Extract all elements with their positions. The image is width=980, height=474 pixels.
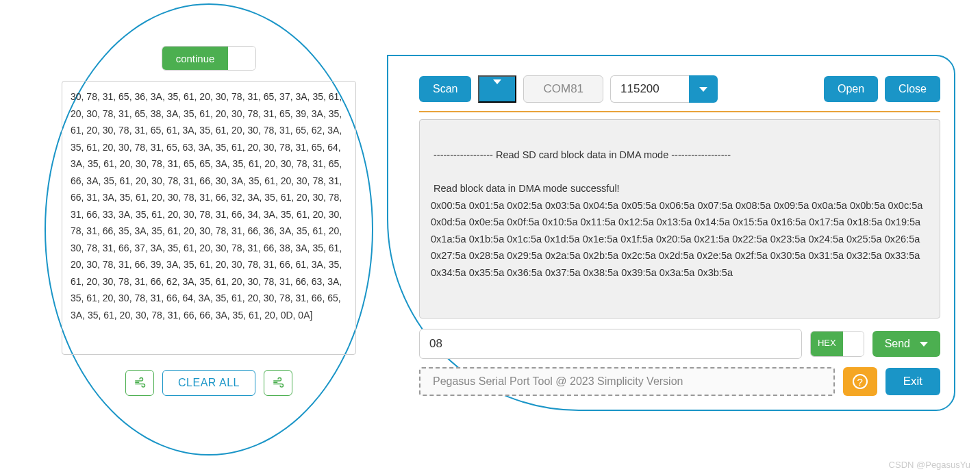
- footer-label: Pegasus Serial Port Tool @ 2023 Simplici…: [419, 367, 835, 396]
- wind-right-icon[interactable]: [264, 370, 292, 396]
- chevron-down-icon: [699, 87, 707, 92]
- continue-toggle[interactable]: continue: [162, 46, 257, 71]
- toolbar: Scan COM81 Open Close: [419, 75, 940, 112]
- scan-dropdown-button[interactable]: [478, 75, 516, 103]
- left-panel: continue 30, 78, 31, 65, 36, 3A, 35, 61,…: [45, 3, 373, 456]
- send-row: HEX Send: [419, 329, 940, 359]
- question-icon: ?: [853, 374, 868, 389]
- chevron-down-icon: [493, 79, 501, 95]
- send-input[interactable]: [419, 329, 802, 359]
- baud-rate-input[interactable]: [610, 75, 689, 103]
- watermark: CSDN @PegasusYu: [889, 460, 970, 470]
- clear-all-button[interactable]: CLEAR ALL: [162, 370, 255, 396]
- baud-dropdown-button[interactable]: [689, 75, 718, 103]
- help-button[interactable]: ?: [843, 367, 877, 396]
- chevron-down-icon: [920, 342, 928, 347]
- terminal-output[interactable]: ------------------ Read SD card block da…: [419, 119, 940, 319]
- right-panel: Scan COM81 Open Close ------------------…: [387, 55, 955, 411]
- continue-button[interactable]: continue: [162, 47, 229, 70]
- wind-left-icon[interactable]: [125, 370, 154, 396]
- footer-row: Pegasus Serial Port Tool @ 2023 Simplici…: [419, 367, 940, 396]
- left-actions: CLEAR ALL: [125, 370, 292, 396]
- scan-button[interactable]: Scan: [419, 76, 471, 102]
- exit-button[interactable]: Exit: [885, 368, 940, 395]
- close-button[interactable]: Close: [885, 76, 940, 102]
- baud-rate-group: [610, 75, 718, 103]
- com-port-label: COM81: [523, 75, 603, 103]
- hex-data-display: 30, 78, 31, 65, 36, 3A, 35, 61, 20, 30, …: [62, 81, 356, 355]
- send-button-label: Send: [885, 338, 910, 350]
- hex-toggle[interactable]: HEX: [810, 331, 864, 357]
- hex-toggle-label: HEX: [811, 332, 843, 356]
- toggle-off-area[interactable]: [228, 47, 255, 70]
- open-button[interactable]: Open: [824, 76, 878, 102]
- send-button[interactable]: Send: [872, 331, 940, 357]
- hex-toggle-off[interactable]: [843, 332, 864, 356]
